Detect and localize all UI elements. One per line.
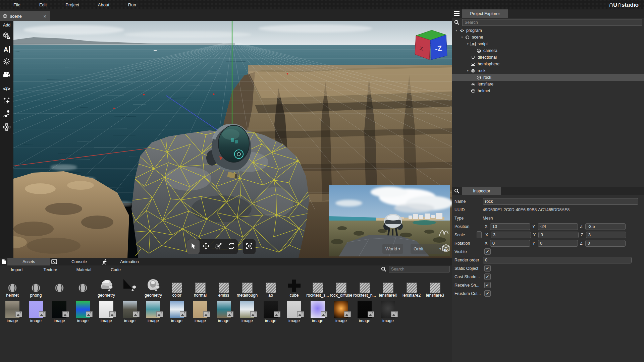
menu-edit[interactable]: Edit [30, 2, 56, 7]
tab-console[interactable]: Console [58, 258, 101, 265]
scale-tool-button[interactable] [212, 239, 225, 254]
asset-image-1[interactable]: image [24, 300, 48, 323]
position-x-field[interactable] [490, 223, 530, 230]
frustum-culling-checkbox[interactable]: ✓ [484, 290, 491, 297]
asset-ao-11[interactable]: ao [259, 274, 282, 298]
tab-scene[interactable]: scene × [0, 11, 50, 21]
menu-run[interactable]: Run [119, 2, 146, 7]
asset-rocktest_s...-13[interactable]: rocktest_s... [306, 274, 329, 298]
add-light-button[interactable] [1, 56, 12, 68]
menu-file[interactable]: File [4, 2, 30, 7]
project-explorer-tab[interactable]: Project Explorer [462, 9, 508, 18]
rotate-tool-button[interactable] [225, 239, 238, 254]
add-device-button[interactable] [1, 122, 12, 134]
asset-image-9[interactable]: image [212, 300, 235, 323]
asset-normal-8[interactable]: normal [189, 274, 212, 298]
asset-color-7[interactable]: color [165, 274, 189, 298]
asset-image-4[interactable]: image [95, 300, 118, 323]
add-effects-button[interactable] [1, 96, 12, 108]
name-field[interactable] [483, 198, 638, 205]
tree-item-rock[interactable]: ▾rock [452, 67, 644, 74]
asset-cube-12[interactable]: cube [282, 274, 306, 298]
asset-phong-1[interactable]: phong [24, 274, 48, 298]
asset-image-16[interactable]: image [376, 300, 400, 323]
add-script-button[interactable]: </> [1, 82, 12, 95]
rotation-z-field[interactable] [585, 240, 626, 247]
asset-geometry-4[interactable]: geometry [95, 274, 118, 298]
scale-lock-toggle[interactable] [477, 231, 482, 238]
rotation-y-field[interactable] [538, 240, 578, 247]
tab-assets[interactable]: Assets [7, 258, 50, 265]
add-primitive-button[interactable] [1, 30, 12, 42]
chevron-down-icon[interactable]: ▾ [460, 36, 465, 39]
asset-lensflare3-18[interactable]: lensflare3 [423, 274, 447, 298]
asset-lensflare0-16[interactable]: lensflare0 [376, 274, 400, 298]
position-y-field[interactable] [538, 223, 578, 230]
tree-item-scene[interactable]: ▾scene [452, 34, 644, 41]
tree-item-lensflare[interactable]: lensflare [452, 81, 644, 87]
material-button[interactable]: Material [67, 267, 101, 272]
texture-button[interactable]: Texture [34, 267, 67, 272]
tree-item-helmet[interactable]: helmet [452, 87, 644, 94]
asset-image-8[interactable]: image [189, 300, 212, 323]
asset-material-3[interactable] [71, 274, 95, 298]
tree-item-script[interactable]: ▾JSscript [452, 41, 644, 47]
asset-material-2[interactable] [48, 274, 71, 298]
chevron-down-icon[interactable]: ▾ [454, 29, 459, 32]
chevron-down-icon[interactable]: ▾ [465, 42, 470, 46]
scale-z-field[interactable] [586, 232, 626, 238]
tree-item-rock[interactable]: rock [452, 74, 644, 81]
scale-x-field[interactable] [491, 232, 531, 238]
asset-image-7[interactable]: image [165, 300, 189, 323]
menu-about[interactable]: About [89, 2, 119, 7]
assets-search-input[interactable] [389, 266, 450, 273]
asset-lensflare2-17[interactable]: lensflare2 [400, 274, 423, 298]
asset-image-15[interactable]: image [353, 300, 376, 323]
move-tool-button[interactable] [200, 239, 212, 254]
asset-image-13[interactable]: image [306, 300, 329, 323]
static-object-checkbox[interactable]: ✓ [484, 265, 491, 272]
asset-image-10[interactable]: image [235, 300, 259, 323]
asset-geometry-6[interactable]: geometry [142, 274, 165, 298]
asset-rock_diffuse-14[interactable]: rock_diffuse [329, 274, 353, 298]
asset-helmet-0[interactable]: helmet [1, 274, 24, 298]
asset-image-12[interactable]: image [282, 300, 306, 323]
select-tool-button[interactable] [187, 239, 200, 254]
menu-hamburger-icon[interactable] [454, 11, 460, 16]
add-physics-button[interactable] [1, 109, 12, 121]
focus-camera-button[interactable] [243, 239, 256, 254]
space-mode-dropdown[interactable]: World ▾ [382, 244, 403, 254]
viewport-canvas[interactable]: X -Z [13, 21, 452, 258]
add-text-button[interactable]: A [1, 43, 12, 55]
rotation-x-field[interactable] [490, 240, 530, 247]
cast-shadows-checkbox[interactable]: ✓ [484, 274, 491, 280]
inspector-tab[interactable]: Inspector [462, 187, 501, 195]
add-camera-button[interactable] [1, 69, 12, 81]
toggle-3d-button[interactable]: 3D [441, 244, 450, 254]
render-order-field[interactable] [483, 257, 632, 263]
asset-image-14[interactable]: image [329, 300, 353, 323]
explorer-search-input[interactable] [462, 19, 642, 26]
asset-metalrough-10[interactable]: metalrough [235, 274, 259, 298]
asset-image-3[interactable]: image [71, 300, 95, 323]
asset-emiss-9[interactable]: emiss [212, 274, 235, 298]
visible-checkbox[interactable]: ✓ [484, 248, 491, 255]
position-z-field[interactable] [585, 223, 626, 230]
import-button[interactable]: Import [0, 267, 34, 272]
asset-geometry-flat-5[interactable] [118, 274, 142, 298]
tree-item-program[interactable]: ▾</>program [452, 27, 644, 34]
asset-rocktest_n...-15[interactable]: rocktest_n... [353, 274, 376, 298]
menu-project[interactable]: Project [56, 2, 88, 7]
orientation-gizmo[interactable]: X -Z [415, 30, 447, 60]
asset-image-6[interactable]: image [142, 300, 165, 323]
code-button[interactable]: Code [101, 267, 131, 272]
navigation-mode-dropdown[interactable]: Orbit ▾ [411, 244, 444, 254]
receive-shadows-checkbox[interactable]: ✓ [484, 282, 491, 288]
scale-y-field[interactable] [538, 232, 579, 238]
asset-image-2[interactable]: image [48, 300, 71, 323]
asset-image-0[interactable]: image [1, 300, 24, 323]
tab-animation[interactable]: Animation [108, 258, 151, 265]
tree-item-hemisphere[interactable]: hemisphere [452, 61, 644, 67]
tree-item-directional[interactable]: directional [452, 54, 644, 61]
chevron-down-icon[interactable]: ▾ [465, 69, 470, 72]
